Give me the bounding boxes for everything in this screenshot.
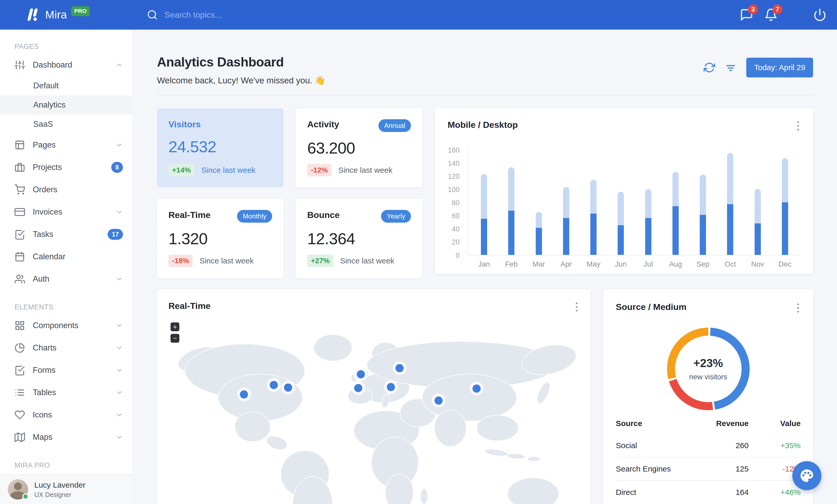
search-icon (147, 10, 158, 20)
brand[interactable]: Mira PRO (0, 6, 132, 23)
sidebar-item-forms[interactable]: Forms (0, 359, 132, 381)
bar-jan[interactable]: Jan (481, 150, 487, 255)
map-marker[interactable] (352, 381, 365, 395)
messages-button[interactable]: 3 (740, 8, 753, 22)
sidebar-item-charts[interactable]: Charts (0, 337, 132, 359)
navbar-search (147, 10, 740, 20)
theme-settings-fab[interactable] (792, 461, 821, 490)
sidebar-item-analytics[interactable]: Analytics (0, 95, 132, 115)
page-titles: Analytics Dashboard Welcome back, Lucy! … (157, 55, 325, 86)
sidebar-item-components[interactable]: Components (0, 314, 132, 337)
map-zoom-in-button[interactable]: + (171, 322, 179, 331)
y-axis-tick: 60 (452, 212, 460, 220)
map-marker[interactable] (470, 381, 483, 395)
stat-period-badge[interactable]: Yearly (381, 210, 411, 223)
bar-segment-desktop (590, 213, 596, 255)
stat-value: 63.200 (307, 139, 411, 157)
brand-name: Mira (45, 8, 67, 21)
page-header: Analytics Dashboard Welcome back, Lucy! … (157, 55, 813, 86)
map-marker[interactable] (432, 394, 446, 407)
stat-card-activity: ActivityAnnual63.200-12%Since last week (296, 108, 422, 187)
notifications-count-badge: 7 (772, 4, 782, 14)
more-options-icon[interactable] (796, 302, 801, 314)
bar-sep[interactable]: Sep (700, 150, 706, 255)
more-options-icon[interactable] (796, 120, 801, 132)
map-marker[interactable] (393, 361, 407, 375)
more-options-icon[interactable] (574, 301, 579, 313)
bar-jul[interactable]: Jul (645, 150, 652, 255)
sidebar-item-maps[interactable]: Maps (0, 426, 132, 448)
sign-out-button[interactable] (813, 8, 826, 22)
cell-value: +35% (749, 434, 801, 457)
pro-badge: PRO (71, 6, 90, 16)
sidebar-item-default[interactable]: Default (0, 76, 132, 95)
donut-center: +23% new visitors (675, 336, 742, 402)
bar-mar[interactable]: Mar (536, 150, 542, 255)
search-input[interactable] (164, 10, 326, 20)
map-marker[interactable] (384, 380, 398, 394)
table-header-value: Value (749, 413, 801, 434)
map-marker[interactable] (267, 378, 281, 392)
table-row[interactable]: Search Engines125-12% (616, 457, 801, 481)
sidebar-nav: PAGESDashboardDefaultAnalyticsSaaSPagesP… (0, 43, 132, 469)
refresh-icon[interactable] (704, 62, 715, 73)
header-actions: Today: April 29 (704, 58, 813, 77)
bar-dec[interactable]: Dec (782, 150, 788, 255)
bar-nov[interactable]: Nov (754, 150, 761, 255)
x-axis-label: Apr (560, 260, 572, 268)
notifications-button[interactable]: 7 (764, 8, 778, 22)
cell-value: +46% (749, 481, 801, 504)
table-row[interactable]: Direct164+46% (616, 481, 801, 504)
map-zoom-controls: + − (171, 322, 179, 343)
bar-oct[interactable]: Oct (727, 150, 733, 255)
bar-may[interactable]: May (590, 150, 596, 255)
bar-segment-mobile (782, 158, 788, 202)
sidebar-item-icons[interactable]: Icons (0, 404, 132, 426)
sidebar-item-projects[interactable]: Projects8 (0, 156, 132, 179)
bar-aug[interactable]: Aug (673, 150, 679, 255)
map-zoom-out-button[interactable]: − (171, 334, 179, 343)
user-info: Lucy Lavender UX Designer (34, 481, 86, 499)
sidebar-item-calendar[interactable]: Calendar (0, 245, 132, 268)
bar-segment-desktop (618, 225, 624, 255)
map-marker[interactable] (237, 388, 251, 402)
sidebar-item-auth[interactable]: Auth (0, 268, 132, 290)
sidebar-item-orders[interactable]: Orders (0, 179, 132, 201)
top-navbar: Mira PRO 3 7 (0, 0, 837, 30)
table-header-revenue: Revenue (697, 413, 749, 434)
stat-label: Visitors (168, 119, 201, 129)
sidebar-item-tables[interactable]: Tables (0, 381, 132, 404)
x-axis-label: May (587, 260, 601, 268)
sidebar-item-pages[interactable]: Pages (0, 134, 132, 156)
bar-apr[interactable]: Apr (563, 150, 569, 255)
bar-segment-mobile (645, 189, 652, 218)
world-map-svg[interactable] (168, 321, 579, 504)
bar-feb[interactable]: Feb (508, 150, 514, 255)
chevron-down-icon (116, 389, 123, 396)
sidebar-user[interactable]: Lucy Lavender UX Designer (0, 474, 132, 504)
sidebar: PAGESDashboardDefaultAnalyticsSaaSPagesP… (0, 30, 132, 504)
stat-delta-chip: -12% (307, 164, 332, 176)
stat-label: Real-Time (168, 210, 211, 220)
cell-revenue: 125 (697, 457, 749, 481)
bar-segment-mobile (618, 192, 624, 225)
y-axis-tick: 80 (452, 199, 460, 207)
date-range-button[interactable]: Today: April 29 (746, 58, 813, 77)
sidebar-item-invoices[interactable]: Invoices (0, 201, 132, 223)
table-row[interactable]: Social260+35% (616, 434, 801, 457)
map-icon (15, 432, 25, 443)
map-marker[interactable] (354, 367, 368, 381)
bar-jun[interactable]: Jun (618, 150, 624, 255)
sidebar-item-label: Auth (33, 274, 116, 284)
language-button[interactable] (789, 8, 802, 22)
sidebar-item-saas[interactable]: SaaS (0, 115, 132, 134)
sidebar-item-tasks[interactable]: Tasks17 (0, 223, 132, 245)
stat-period-badge[interactable]: Annual (378, 119, 411, 132)
map-marker[interactable] (281, 380, 295, 394)
bar-plot-area: JanFebMarAprMayJunJulAugSepOctNovDec (468, 150, 801, 255)
filter-icon[interactable] (725, 62, 736, 73)
layout-icon (15, 140, 25, 150)
stat-period-badge[interactable]: Monthly (237, 210, 272, 223)
sidebar-count-badge: 8 (111, 162, 123, 173)
sidebar-item-dashboard[interactable]: Dashboard (0, 54, 132, 76)
